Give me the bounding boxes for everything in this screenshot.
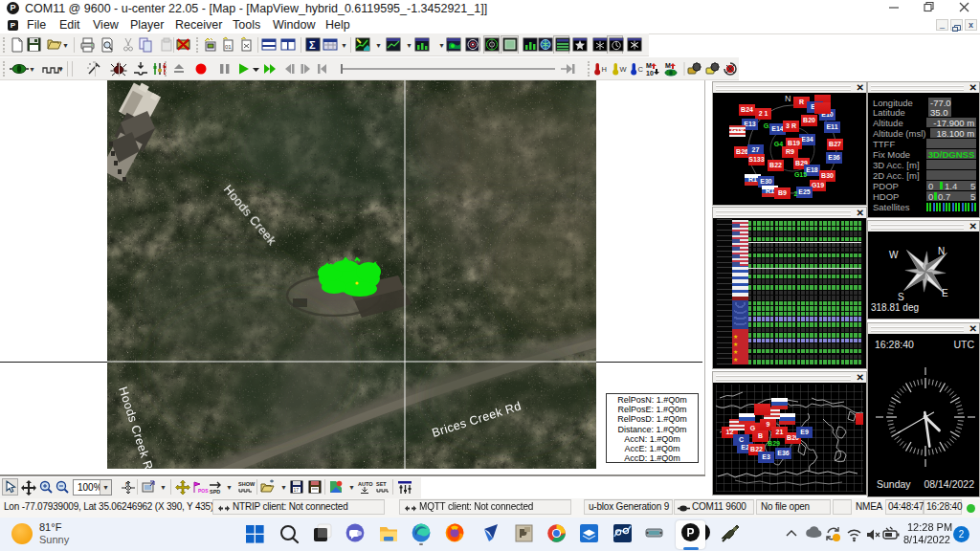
svg-text:W: W — [620, 65, 628, 74]
svg-text:Σ: Σ — [309, 39, 316, 51]
svg-text:17: 17 — [294, 487, 300, 493]
svg-text:SET: SET — [376, 481, 387, 487]
svg-text:C: C — [638, 65, 644, 74]
svg-text:10: 10 — [646, 70, 654, 77]
svg-text:SPD: SPD — [210, 489, 220, 495]
svg-text:W: W — [889, 250, 899, 260]
svg-text:N: N — [938, 246, 945, 256]
svg-text:M: M — [646, 62, 652, 69]
svg-text:P: P — [687, 526, 695, 540]
svg-text:M: M — [665, 62, 671, 69]
svg-text:AUTO: AUTO — [358, 481, 373, 487]
svg-text:H: H — [602, 65, 607, 74]
svg-text:E: E — [942, 288, 948, 298]
svg-text:S: S — [898, 292, 904, 302]
svg-text:SHOW: SHOW — [238, 481, 256, 487]
svg-text:POS: POS — [198, 488, 209, 494]
svg-text:318.81 deg: 318.81 deg — [871, 302, 919, 313]
svg-text:01: 01 — [225, 44, 232, 50]
